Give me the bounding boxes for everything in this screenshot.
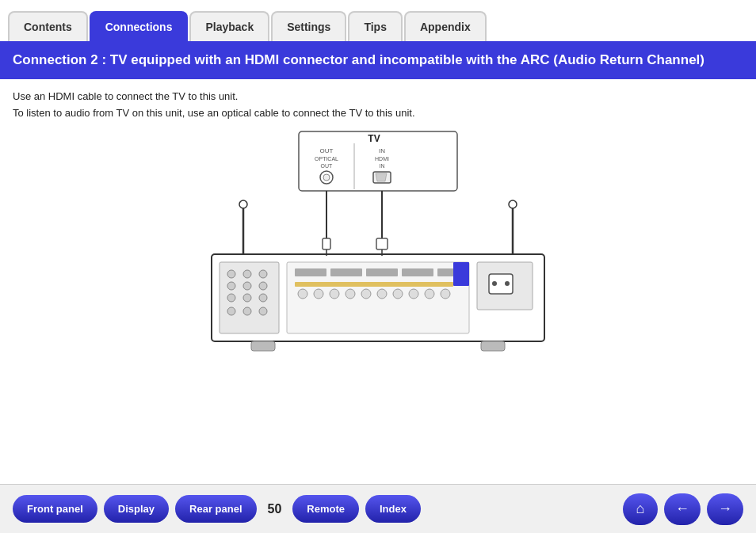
- svg-point-29: [243, 294, 251, 302]
- svg-point-33: [259, 307, 267, 315]
- svg-point-43: [425, 289, 434, 299]
- svg-point-25: [227, 282, 235, 290]
- svg-point-24: [259, 270, 267, 278]
- home-icon: ⌂: [636, 501, 645, 517]
- tab-settings[interactable]: Settings: [271, 11, 346, 41]
- svg-point-54: [492, 281, 497, 286]
- svg-point-7: [323, 174, 330, 181]
- index-button[interactable]: Index: [365, 495, 421, 523]
- display-button[interactable]: Display: [104, 495, 169, 523]
- bottom-nav: Front panel Display Rear panel 50 Remote…: [0, 484, 756, 533]
- tab-appendix[interactable]: Appendix: [404, 11, 487, 41]
- tab-tips[interactable]: Tips: [348, 11, 403, 41]
- svg-rect-56: [251, 341, 275, 351]
- svg-point-32: [243, 307, 251, 315]
- content-line1: Use an HDMI cable to connect the TV to t…: [13, 89, 743, 105]
- svg-rect-47: [330, 268, 362, 276]
- svg-rect-49: [402, 268, 433, 276]
- svg-point-37: [330, 289, 339, 299]
- home-button[interactable]: ⌂: [623, 493, 658, 525]
- svg-point-22: [227, 270, 235, 278]
- svg-text:OUT: OUT: [320, 147, 334, 154]
- back-arrow-icon: ←: [675, 501, 689, 517]
- main-content: Use an HDMI cable to connect the TV to t…: [0, 79, 756, 383]
- svg-point-40: [377, 289, 387, 299]
- remote-button[interactable]: Remote: [292, 495, 359, 523]
- back-button[interactable]: ←: [664, 493, 701, 525]
- svg-rect-15: [376, 238, 388, 249]
- svg-rect-57: [481, 341, 505, 351]
- diagram-area: TV OUT OPTICAL OUT IN HDMI IN: [13, 128, 743, 373]
- forward-arrow-icon: →: [718, 501, 732, 517]
- svg-point-27: [259, 282, 267, 290]
- svg-point-18: [239, 200, 247, 208]
- tab-connections[interactable]: Connections: [90, 11, 189, 41]
- page-title: Connection 2 : TV equipped with an HDMI …: [0, 41, 756, 79]
- svg-rect-13: [323, 238, 330, 249]
- svg-point-44: [441, 289, 450, 299]
- svg-rect-51: [453, 262, 469, 286]
- svg-rect-48: [366, 268, 398, 276]
- svg-point-36: [314, 289, 323, 299]
- svg-point-23: [243, 270, 251, 278]
- svg-rect-45: [295, 282, 453, 287]
- svg-point-31: [227, 307, 235, 315]
- connection-diagram: TV OUT OPTICAL OUT IN HDMI IN: [172, 128, 584, 373]
- svg-point-20: [509, 200, 517, 208]
- page-number: 50: [268, 502, 282, 516]
- content-line2: To listen to audio from TV on this unit,…: [13, 105, 743, 122]
- svg-text:IN: IN: [379, 147, 385, 154]
- svg-point-42: [409, 289, 418, 299]
- svg-point-55: [505, 281, 510, 286]
- front-panel-button[interactable]: Front panel: [13, 495, 97, 523]
- svg-point-35: [298, 289, 307, 299]
- svg-point-30: [259, 294, 267, 302]
- svg-point-41: [393, 289, 403, 299]
- svg-rect-46: [295, 268, 326, 276]
- svg-point-39: [361, 289, 371, 299]
- tab-playback[interactable]: Playback: [189, 11, 269, 41]
- svg-text:OUT: OUT: [321, 163, 334, 169]
- nav-tabs: Contents Connections Playback Settings T…: [0, 0, 756, 41]
- svg-point-26: [243, 282, 251, 290]
- rear-panel-button[interactable]: Rear panel: [175, 495, 256, 523]
- svg-text:OPTICAL: OPTICAL: [315, 156, 338, 162]
- svg-point-28: [227, 294, 235, 302]
- svg-text:IN: IN: [380, 163, 385, 169]
- tab-contents[interactable]: Contents: [8, 11, 88, 41]
- svg-text:HDMI: HDMI: [375, 156, 389, 162]
- svg-text:TV: TV: [368, 133, 380, 144]
- svg-point-38: [346, 289, 355, 299]
- forward-button[interactable]: →: [707, 493, 743, 525]
